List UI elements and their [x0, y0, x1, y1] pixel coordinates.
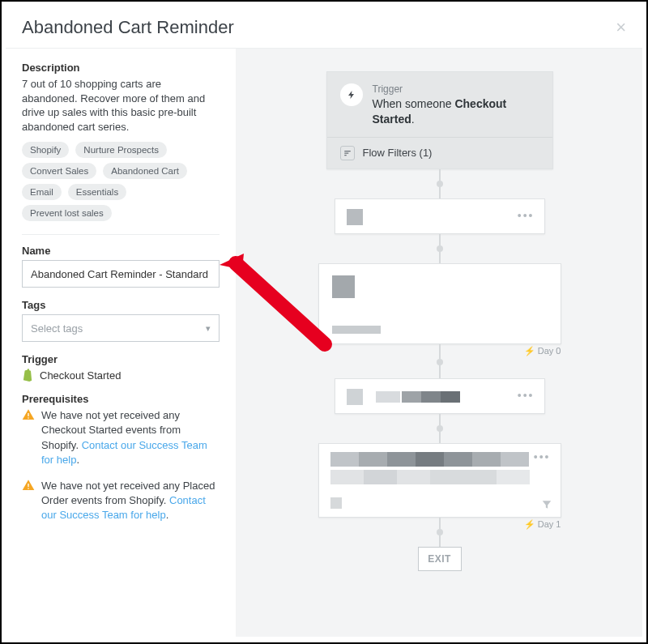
description-label: Description: [22, 62, 220, 74]
svg-rect-1: [28, 418, 28, 419]
description-tags: Shopify Nurture Prospects Convert Sales …: [22, 142, 220, 221]
left-panel: Description 7 out of 10 shopping carts a…: [6, 49, 236, 637]
tags-label: Tags: [22, 299, 220, 311]
tag-pill: Abandoned Cart: [103, 163, 187, 179]
tag-pill: Convert Sales: [22, 163, 96, 179]
flow-filters-text: Flow Filters (1): [363, 147, 433, 159]
flow-canvas: Trigger When someone Checkout Started. F…: [236, 49, 642, 637]
shopify-icon: [22, 369, 33, 382]
funnel-icon: [541, 499, 552, 510]
chevron-down-icon: ▾: [206, 323, 211, 334]
prerequisite-item: We have not yet received any Placed Orde…: [22, 479, 220, 523]
node-menu-icon[interactable]: •••: [518, 209, 535, 222]
tags-placeholder: Select tags: [31, 322, 83, 335]
warning-icon: [22, 408, 35, 421]
name-input[interactable]: [22, 260, 220, 288]
tag-pill: Prevent lost sales: [22, 205, 112, 221]
flow-step-node[interactable]: •••: [335, 198, 545, 234]
close-icon[interactable]: ×: [616, 19, 626, 36]
modal-title: Abandoned Cart Reminder: [22, 17, 616, 38]
filter-icon: [340, 146, 355, 160]
divider: [22, 234, 220, 235]
flow-step-node[interactable]: •••: [318, 443, 561, 518]
name-label: Name: [22, 245, 220, 257]
tag-pill: Essentials: [68, 184, 126, 200]
tags-select[interactable]: Select tags ▾: [22, 314, 220, 342]
exit-node[interactable]: EXIT: [418, 547, 462, 571]
trigger-node-text: When someone Checkout Started.: [373, 96, 539, 127]
svg-rect-3: [28, 488, 28, 488]
node-menu-icon[interactable]: •••: [518, 389, 535, 402]
flow-step-node[interactable]: [318, 263, 561, 344]
node-menu-icon[interactable]: •••: [534, 450, 551, 463]
trigger-label: Trigger: [22, 353, 220, 365]
trigger-node[interactable]: Trigger When someone Checkout Started. F…: [326, 71, 553, 169]
tag-pill: Email: [22, 184, 62, 200]
trigger-value: Checkout Started: [40, 369, 121, 382]
prerequisites-label: Prerequisites: [22, 393, 220, 405]
flow-step-node[interactable]: •••: [335, 378, 545, 414]
svg-rect-2: [28, 484, 28, 487]
day-marker: ⚡ Day 0: [524, 346, 561, 356]
tag-pill: Nurture Prospects: [75, 142, 167, 158]
prerequisite-item: We have not yet received any Checkout St…: [22, 408, 220, 467]
description-text: 7 out of 10 shopping carts are abandoned…: [22, 77, 220, 134]
tag-pill: Shopify: [22, 142, 69, 158]
day-marker: ⚡ Day 1: [524, 519, 561, 530]
bolt-icon: [340, 83, 363, 106]
svg-rect-0: [28, 413, 28, 416]
trigger-node-label: Trigger: [373, 83, 539, 95]
warning-icon: [22, 479, 35, 492]
